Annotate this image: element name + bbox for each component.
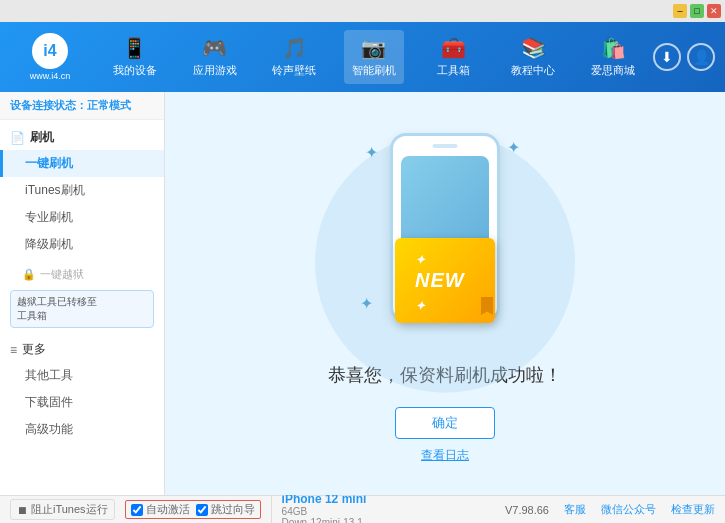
nav-tutorial[interactable]: 📚 教程中心 xyxy=(503,30,563,84)
status-label: 设备连接状态： xyxy=(10,99,87,111)
sidebar-flash-section: 📄 刷机 一键刷机 iTunes刷机 专业刷机 降级刷机 xyxy=(0,120,164,263)
apple-store-icon: 🛍️ xyxy=(601,36,626,60)
stop-itunes-label: 阻止iTunes运行 xyxy=(31,502,108,517)
auto-connect-checkbox[interactable] xyxy=(131,504,143,516)
confirm-button[interactable]: 确定 xyxy=(395,407,495,439)
status-bar: ⏹ 阻止iTunes运行 自动激活 跳过向导 iPhone 12 mini 64… xyxy=(0,495,725,523)
ringtone-icon: 🎵 xyxy=(282,36,307,60)
sidebar-more-header: ≡ 更多 xyxy=(0,337,164,362)
status-right: V7.98.66 客服 微信公众号 检查更新 xyxy=(505,502,715,517)
device-storage: 64GB xyxy=(282,506,367,517)
sparkle-bottomleft: ✦ xyxy=(360,294,373,313)
user-button[interactable]: 👤 xyxy=(687,43,715,71)
auto-connect-label: 自动激活 xyxy=(146,502,190,517)
sidebar-locked-jailbreak: 🔒 一键越狱 xyxy=(0,263,164,286)
toolbox-icon: 🧰 xyxy=(441,36,466,60)
my-device-label: 我的设备 xyxy=(113,63,157,78)
sidebar-status: 设备连接状态：正常模式 xyxy=(0,92,164,120)
maximize-button[interactable]: □ xyxy=(690,4,704,18)
content-area: ✦ ✦ ✦ NEW 恭喜您，保资料刷机成功啦！ 确定 查看日志 xyxy=(165,92,725,495)
smart-flash-label: 智能刷机 xyxy=(352,63,396,78)
tutorial-icon: 📚 xyxy=(521,36,546,60)
info-line2: 工具箱 xyxy=(17,309,147,323)
check-update-link[interactable]: 检查更新 xyxy=(671,502,715,517)
sidebar-flash-header: 📄 刷机 xyxy=(0,125,164,150)
more-icon: ≡ xyxy=(10,343,17,357)
sidebar-item-one-key-flash[interactable]: 一键刷机 xyxy=(0,150,164,177)
lock-icon: 🔒 xyxy=(22,268,36,281)
customer-service-link[interactable]: 客服 xyxy=(564,502,586,517)
nav-my-device[interactable]: 📱 我的设备 xyxy=(105,30,165,84)
locked-label: 一键越狱 xyxy=(40,267,84,282)
more-label: 更多 xyxy=(22,341,46,358)
skip-wizard-checkbox-item: 跳过向导 xyxy=(196,502,255,517)
sidebar-info-box: 越狱工具已转移至 工具箱 xyxy=(10,290,154,328)
skip-wizard-label: 跳过向导 xyxy=(211,502,255,517)
my-device-icon: 📱 xyxy=(122,36,147,60)
view-log-link[interactable]: 查看日志 xyxy=(421,447,469,464)
phone-illustration: ✦ ✦ ✦ NEW xyxy=(345,123,545,343)
logo-icon: i4 xyxy=(32,33,68,69)
sidebar-item-pro-flash[interactable]: 专业刷机 xyxy=(0,204,164,231)
minimize-button[interactable]: – xyxy=(673,4,687,18)
sparkle-topleft: ✦ xyxy=(365,143,378,162)
sidebar-more-section: ≡ 更多 其他工具 下载固件 高级功能 xyxy=(0,332,164,448)
sidebar: 设备连接状态：正常模式 📄 刷机 一键刷机 iTunes刷机 专业刷机 降级刷机… xyxy=(0,92,165,495)
version-text: V7.98.66 xyxy=(505,504,549,516)
main: 设备连接状态：正常模式 📄 刷机 一键刷机 iTunes刷机 专业刷机 降级刷机… xyxy=(0,92,725,495)
sidebar-item-advanced[interactable]: 高级功能 xyxy=(0,416,164,443)
nav-apps-games[interactable]: 🎮 应用游戏 xyxy=(185,30,245,84)
status-left: ⏹ 阻止iTunes运行 自动激活 跳过向导 iPhone 12 mini 64… xyxy=(10,492,505,524)
device-model: Down-12mini-13,1 xyxy=(282,517,367,524)
flash-section-label: 刷机 xyxy=(30,129,54,146)
phone-speaker xyxy=(433,144,458,148)
success-text: 恭喜您，保资料刷机成功啦！ xyxy=(328,363,562,387)
toolbox-label: 工具箱 xyxy=(437,63,470,78)
title-bar: – □ ✕ xyxy=(0,0,725,22)
nav-smart-flash[interactable]: 📷 智能刷机 xyxy=(344,30,404,84)
status-value: 正常模式 xyxy=(87,99,131,111)
tutorial-label: 教程中心 xyxy=(511,63,555,78)
ringtone-label: 铃声壁纸 xyxy=(272,63,316,78)
nav-items: 📱 我的设备 🎮 应用游戏 🎵 铃声壁纸 📷 智能刷机 🧰 工具箱 📚 教程中心… xyxy=(95,30,653,84)
wechat-link[interactable]: 微信公众号 xyxy=(601,502,656,517)
flash-section-icon: 📄 xyxy=(10,131,25,145)
nav-apple-store[interactable]: 🛍️ 爱思商城 xyxy=(583,30,643,84)
apps-games-label: 应用游戏 xyxy=(193,63,237,78)
apps-games-icon: 🎮 xyxy=(202,36,227,60)
auto-connect-checkbox-item: 自动激活 xyxy=(131,502,190,517)
header: i4 www.i4.cn 📱 我的设备 🎮 应用游戏 🎵 铃声壁纸 📷 智能刷机… xyxy=(0,22,725,92)
close-button[interactable]: ✕ xyxy=(707,4,721,18)
nav-ringtone[interactable]: 🎵 铃声壁纸 xyxy=(264,30,324,84)
sidebar-item-download-firmware[interactable]: 下载固件 xyxy=(0,389,164,416)
new-badge: NEW xyxy=(395,238,495,323)
skip-wizard-checkbox[interactable] xyxy=(196,504,208,516)
smart-flash-icon: 📷 xyxy=(361,36,386,60)
device-info: iPhone 12 mini 64GB Down-12mini-13,1 xyxy=(271,492,367,524)
sidebar-item-downgrade-flash[interactable]: 降级刷机 xyxy=(0,231,164,258)
download-button[interactable]: ⬇ xyxy=(653,43,681,71)
stop-itunes-button[interactable]: ⏹ 阻止iTunes运行 xyxy=(10,499,115,520)
sparkle-topright: ✦ xyxy=(507,138,520,157)
nav-toolbox[interactable]: 🧰 工具箱 xyxy=(424,30,484,84)
header-actions: ⬇ 👤 xyxy=(653,43,715,71)
sidebar-item-other-tools[interactable]: 其他工具 xyxy=(0,362,164,389)
logo: i4 www.i4.cn xyxy=(10,33,90,81)
stop-itunes-icon: ⏹ xyxy=(17,504,28,516)
apple-store-label: 爱思商城 xyxy=(591,63,635,78)
sidebar-item-itunes-flash[interactable]: iTunes刷机 xyxy=(0,177,164,204)
info-line1: 越狱工具已转移至 xyxy=(17,295,147,309)
logo-text: www.i4.cn xyxy=(30,71,71,81)
